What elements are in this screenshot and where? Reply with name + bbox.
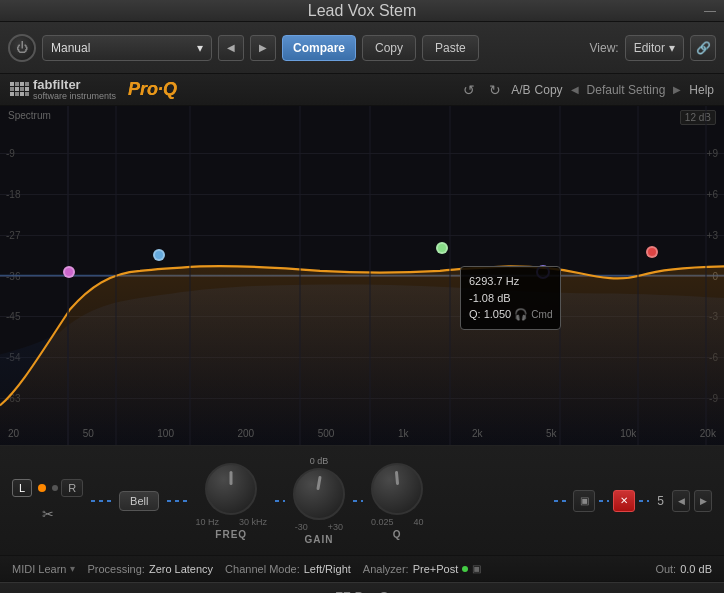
eq-node-2[interactable]	[153, 249, 165, 261]
band-next-button[interactable]: ▶	[694, 490, 712, 512]
q-max-label: 40	[413, 517, 423, 527]
ab-section: A/B Copy	[511, 83, 562, 97]
preset-value: Manual	[51, 41, 90, 55]
band-number-label: 5	[653, 494, 668, 508]
ab-label[interactable]: A/B	[511, 83, 530, 97]
freq-100: 100	[157, 428, 174, 439]
freq-20: 20	[8, 428, 19, 439]
proq-logo: Pro·Q	[128, 79, 177, 100]
view-dropdown-arrow: ▾	[669, 41, 675, 55]
eq-node-5[interactable]	[646, 246, 658, 258]
view-label: View:	[590, 41, 619, 55]
status-bar: MIDI Learn ▾ Processing: Zero Latency Ch…	[0, 556, 724, 582]
window-title: Lead Vox Stem	[308, 2, 417, 20]
connector-line-2	[167, 500, 187, 502]
out-label: Out:	[655, 563, 676, 575]
view-section: View: Editor ▾ 🔗	[590, 35, 717, 61]
freq-labels: 20 50 100 200 500 1k 2k 5k 10k 20k	[0, 428, 724, 439]
processing-section: Processing: Zero Latency	[87, 563, 213, 575]
eq-node-4-active[interactable]	[536, 265, 550, 279]
output-controls: ▣ ✕ 5 ◀ ▶	[554, 490, 712, 512]
analyzer-value: Pre+Post	[413, 563, 459, 575]
channel-r-button[interactable]: R	[61, 479, 83, 497]
q-knob[interactable]	[371, 463, 423, 515]
gain-knob[interactable]	[293, 468, 345, 520]
prev-preset-button[interactable]: ◀	[218, 35, 244, 61]
gain-range-labels: -30 +30	[295, 522, 343, 532]
gain-knob-container: 0 dB -30 +30 GAIN	[293, 456, 345, 545]
controls-strip: L R ✂ Bell 10 Hz 30 kHz FREQ 0 dB -30 +3…	[0, 446, 724, 556]
setting-nav-left[interactable]: ◀	[569, 82, 581, 97]
scissors-icon[interactable]: ✂	[42, 506, 54, 522]
plugin-header: fabfilter software instruments Pro·Q ↺ ↻…	[0, 74, 724, 106]
channel-dot-icon	[38, 484, 46, 492]
freq-range-labels: 10 Hz 30 kHz	[195, 517, 267, 527]
power-button[interactable]: ⏻	[8, 34, 36, 62]
channel-mode-label: Channel Mode:	[225, 563, 300, 575]
window-close[interactable]: —	[704, 4, 716, 18]
next-preset-button[interactable]: ▶	[250, 35, 276, 61]
prev-icon: ◀	[227, 42, 235, 53]
fabfilter-logo: fabfilter software instruments	[10, 78, 116, 101]
freq-max-label: 30 kHz	[239, 517, 267, 527]
paste-button[interactable]: Paste	[422, 35, 479, 61]
q-knob-container: 0.025 40 Q	[371, 461, 424, 540]
setting-nav-right[interactable]: ▶	[671, 82, 683, 97]
next-icon: ▶	[259, 42, 267, 53]
view-dropdown[interactable]: Editor ▾	[625, 35, 684, 61]
redo-button[interactable]: ↻	[485, 80, 505, 100]
freq-5k: 5k	[546, 428, 557, 439]
midi-arrow-icon[interactable]: ▾	[70, 563, 75, 574]
freq-10k: 10k	[620, 428, 636, 439]
x-icon: ✕	[620, 495, 628, 506]
dropdown-arrow: ▾	[197, 41, 203, 55]
copy-button[interactable]: Copy	[362, 35, 416, 61]
power-icon: ⏻	[16, 41, 28, 55]
plugin-title: FF Pro-Q	[335, 589, 389, 593]
midi-learn-section: MIDI Learn ▾	[12, 563, 75, 575]
freq-500: 500	[318, 428, 335, 439]
bottom-bar: FF Pro-Q	[0, 582, 724, 593]
processing-label: Processing:	[87, 563, 144, 575]
eq-node-3[interactable]	[436, 242, 448, 254]
fab-grid-icon	[10, 82, 29, 96]
q-bottom-label: Q	[393, 529, 402, 540]
q-range-labels: 0.025 40	[371, 517, 424, 527]
freq-knob[interactable]	[205, 463, 257, 515]
channel-l-button[interactable]: L	[12, 479, 32, 497]
title-bar: Lead Vox Stem —	[0, 0, 724, 22]
band-type-button[interactable]: Bell	[119, 491, 159, 511]
eq-area[interactable]: Spectrum 12 dB -9 +9 -18 +6 -27 +3 -36 0…	[0, 106, 724, 446]
gain-knob-top-label: 0 dB	[310, 456, 329, 466]
output-icon-button[interactable]: ▣	[573, 490, 595, 512]
delete-band-button[interactable]: ✕	[613, 490, 635, 512]
freq-knob-container: 10 Hz 30 kHz FREQ	[195, 461, 267, 540]
channel-mode-value: Left/Right	[304, 563, 351, 575]
connector-line-4	[353, 500, 363, 502]
midi-learn-label[interactable]: MIDI Learn	[12, 563, 66, 575]
undo-button[interactable]: ↺	[459, 80, 479, 100]
band-prev-button[interactable]: ◀	[672, 490, 690, 512]
view-value: Editor	[634, 41, 665, 55]
connector-line-7	[639, 500, 649, 502]
link-button[interactable]: 🔗	[690, 35, 716, 61]
freq-1k: 1k	[398, 428, 409, 439]
ab-copy-label[interactable]: Copy	[535, 83, 563, 97]
processing-value: Zero Latency	[149, 563, 213, 575]
eq-node-1[interactable]	[63, 266, 75, 278]
out-value: 0.0 dB	[680, 563, 712, 575]
compare-button[interactable]: Compare	[282, 35, 356, 61]
band-next-icon: ▶	[700, 496, 707, 506]
link-icon: 🔗	[696, 41, 711, 55]
q-min-label: 0.025	[371, 517, 394, 527]
analyzer-status-dot	[462, 566, 468, 572]
connector-line-1	[91, 500, 111, 502]
freq-200: 200	[237, 428, 254, 439]
preset-dropdown[interactable]: Manual ▾	[42, 35, 212, 61]
gain-min-label: -30	[295, 522, 308, 532]
freq-20k: 20k	[700, 428, 716, 439]
help-button[interactable]: Help	[689, 83, 714, 97]
channel-controls: L R ✂	[12, 479, 83, 523]
software-instruments-text: software instruments	[33, 92, 116, 101]
connector-line-3	[275, 500, 285, 502]
